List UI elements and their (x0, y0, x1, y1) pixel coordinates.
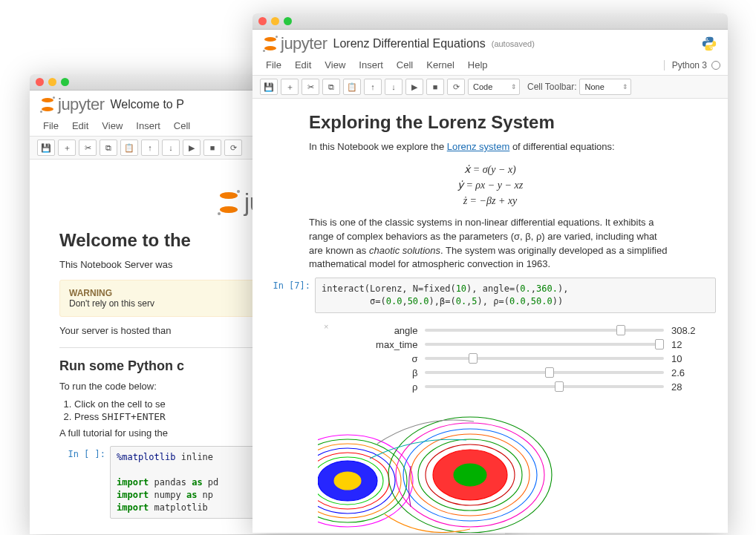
move-down-icon[interactable]: ↓ (162, 140, 180, 156)
menu-insert[interactable]: Insert (353, 56, 389, 73)
copy-icon[interactable]: ⧉ (322, 79, 340, 95)
celltype-select[interactable]: Code (468, 79, 520, 95)
menu-edit[interactable]: Edit (289, 56, 317, 73)
save-icon[interactable]: 💾 (260, 79, 278, 95)
slider-label: ρ (351, 381, 417, 393)
slider-value: 10 (671, 353, 701, 364)
slider-label: σ (351, 353, 417, 364)
python-icon (701, 36, 717, 52)
cell-code[interactable]: interact(Lorenz, N=fixed(10), angle=(0.,… (315, 278, 716, 313)
celltoolbar-label: Cell Toolbar: (527, 82, 576, 92)
minimize-button[interactable] (271, 17, 279, 25)
lorenz-link[interactable]: Lorenz system (447, 141, 510, 152)
slider-track[interactable] (425, 385, 664, 388)
slider-label: β (351, 367, 417, 378)
menu-view[interactable]: View (96, 117, 128, 134)
menu-file[interactable]: File (37, 117, 65, 134)
window-lorenz: jupyter Lorenz Differential Equations (a… (252, 13, 728, 533)
menu-file[interactable]: File (260, 56, 287, 73)
jupyter-logo: jupyter (40, 95, 105, 114)
output-prompt (264, 319, 315, 533)
move-up-icon[interactable]: ↑ (364, 79, 382, 95)
slider-track[interactable] (425, 357, 664, 360)
minimize-button[interactable] (48, 78, 56, 86)
autosave-status: (autosaved) (492, 39, 535, 48)
code-cell[interactable]: In [7]: interact(Lorenz, N=fixed(10), an… (264, 278, 716, 313)
slider-label: max_time (351, 339, 417, 350)
slider-thumb[interactable] (655, 339, 664, 349)
notebook-title[interactable]: Welcome to P (111, 98, 184, 111)
slider-label: angle (351, 325, 417, 336)
menu-help[interactable]: Help (462, 56, 494, 73)
menu-kernel[interactable]: Kernel (420, 56, 460, 73)
menu-cell[interactable]: Cell (391, 56, 419, 73)
slider-value: 308.2 (671, 325, 701, 336)
notebook-header: jupyter Lorenz Differential Equations (a… (252, 30, 728, 55)
desc-para: This is one of the classic systems in no… (309, 216, 671, 272)
menu-insert[interactable]: Insert (130, 117, 166, 134)
slider-value: 28 (671, 381, 701, 393)
cut-icon[interactable]: ✂ (79, 140, 97, 156)
menu-view[interactable]: View (319, 56, 351, 73)
stop-icon[interactable]: ■ (203, 140, 221, 156)
cell-prompt: In [7]: (264, 278, 315, 313)
add-cell-icon[interactable]: ＋ (58, 140, 76, 156)
copy-icon[interactable]: ⧉ (100, 140, 117, 156)
cut-icon[interactable]: ✂ (302, 79, 319, 95)
restart-icon[interactable]: ⟳ (447, 79, 465, 95)
jupyter-logo: jupyter (263, 34, 328, 53)
slider-max_time: max_time12 (351, 339, 701, 350)
cell-prompt: In [ ]: (59, 446, 110, 519)
kernel-name: Python 3 (672, 60, 707, 70)
slider-angle: angle308.2 (351, 325, 701, 336)
titlebar (252, 13, 728, 30)
slider-thumb[interactable] (616, 325, 625, 335)
slider-β: β2.6 (351, 367, 701, 378)
svg-point-7 (334, 472, 361, 490)
intro-para: In this Notebook we explore the Lorenz s… (309, 140, 671, 154)
cell-output: × angle308.2max_time12σ10β2.6ρ28 (315, 319, 716, 533)
slider-thumb[interactable] (545, 367, 554, 378)
menubar: File Edit View Insert Cell Kernel Help P… (252, 55, 728, 76)
save-icon[interactable]: 💾 (37, 140, 55, 156)
heading-title: Exploring the Lorenz System (309, 112, 671, 133)
kernel-status-icon (711, 61, 720, 70)
zoom-button[interactable] (284, 17, 292, 25)
lorenz-plot (318, 403, 716, 533)
slider-track[interactable] (425, 371, 664, 374)
slider-value: 2.6 (671, 367, 701, 378)
slider-track[interactable] (425, 343, 664, 346)
kernel-indicator: Python 3 (664, 60, 720, 70)
slider-thumb[interactable] (555, 381, 564, 392)
output-cell: × angle308.2max_time12σ10β2.6ρ28 (264, 319, 716, 533)
menu-edit[interactable]: Edit (66, 117, 94, 134)
add-cell-icon[interactable]: ＋ (281, 79, 299, 95)
equations: ẋ = σ(y − x) ẏ = ρx − y − xz ż = −βz + x… (309, 162, 671, 209)
svg-point-15 (454, 464, 486, 486)
zoom-button[interactable] (61, 78, 69, 86)
run-icon[interactable]: ▶ (405, 79, 423, 95)
notebook-title[interactable]: Lorenz Differential Equations (333, 37, 486, 50)
slider-ρ: ρ28 (351, 381, 701, 393)
menu-cell[interactable]: Cell (168, 117, 196, 134)
slider-thumb[interactable] (469, 353, 478, 364)
move-down-icon[interactable]: ↓ (385, 79, 403, 95)
close-button[interactable] (258, 17, 267, 25)
celltoolbar-select[interactable]: None (579, 79, 631, 95)
move-up-icon[interactable]: ↑ (141, 140, 159, 156)
restart-icon[interactable]: ⟳ (224, 140, 242, 156)
run-icon[interactable]: ▶ (183, 140, 201, 156)
notebook-body: Exploring the Lorenz System In this Note… (252, 99, 728, 533)
slider-value: 12 (671, 339, 701, 350)
paste-icon[interactable]: 📋 (120, 140, 138, 156)
stop-icon[interactable]: ■ (426, 79, 444, 95)
toolbar: 💾 ＋ ✂ ⧉ 📋 ↑ ↓ ▶ ■ ⟳ Code Cell Toolbar: N… (252, 76, 728, 99)
slider-σ: σ10 (351, 353, 701, 364)
slider-track[interactable] (425, 329, 664, 332)
close-button[interactable] (36, 78, 44, 86)
paste-icon[interactable]: 📋 (343, 79, 361, 95)
